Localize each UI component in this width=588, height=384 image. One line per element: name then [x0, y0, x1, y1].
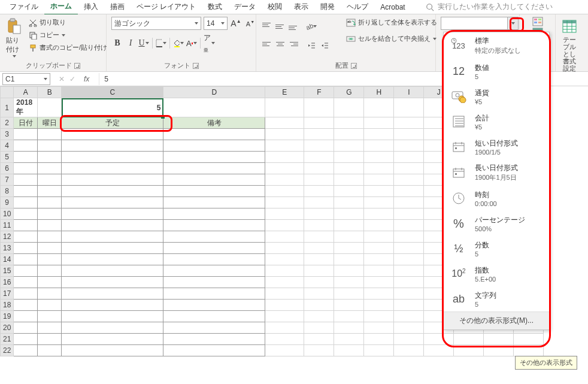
- cell-G19[interactable]: [334, 311, 364, 322]
- cell-H6[interactable]: [364, 163, 394, 174]
- cell-C15[interactable]: [62, 265, 163, 277]
- cell-D1[interactable]: [163, 98, 265, 117]
- cell-F20[interactable]: [304, 322, 334, 334]
- cell-C22[interactable]: [62, 345, 163, 356]
- tab-home[interactable]: ホーム: [44, 0, 78, 15]
- align-right-button[interactable]: [287, 40, 299, 52]
- cell-E17[interactable]: [265, 288, 304, 300]
- font-dialog-launcher[interactable]: [193, 63, 199, 69]
- cell-H18[interactable]: [364, 300, 394, 311]
- cancel-formula-button[interactable]: ✕: [59, 75, 65, 83]
- fx-icon[interactable]: fx: [80, 75, 93, 83]
- cell-E15[interactable]: [265, 265, 304, 277]
- cell-A15[interactable]: [14, 265, 38, 277]
- cell-B13[interactable]: [38, 243, 62, 254]
- cell-C8[interactable]: [62, 186, 163, 197]
- cell-H22[interactable]: [364, 345, 394, 356]
- cell-I11[interactable]: [394, 220, 424, 231]
- cell-I10[interactable]: [394, 208, 424, 220]
- cell-L21[interactable]: [484, 334, 514, 345]
- cell-I2[interactable]: [394, 117, 424, 129]
- cell-M22[interactable]: [514, 345, 544, 356]
- cell-E9[interactable]: [265, 197, 304, 208]
- cell-A8[interactable]: [14, 186, 38, 197]
- row-header-13[interactable]: 13: [1, 243, 14, 254]
- row-header-17[interactable]: 17: [1, 288, 14, 300]
- cell-G16[interactable]: [334, 277, 364, 288]
- col-header-E[interactable]: E: [265, 87, 304, 98]
- cell-A1[interactable]: 2018年: [14, 98, 38, 117]
- cell-H10[interactable]: [364, 208, 394, 220]
- cell-D11[interactable]: [163, 220, 265, 231]
- col-header-B[interactable]: B: [38, 87, 62, 98]
- cell-H2[interactable]: [364, 117, 394, 129]
- format-option-percent[interactable]: % パーセンテージ500%: [444, 211, 549, 236]
- col-header-H[interactable]: H: [364, 87, 394, 98]
- border-button[interactable]: [155, 37, 167, 49]
- cell-C11[interactable]: [62, 220, 163, 231]
- cell-D16[interactable]: [163, 277, 265, 288]
- cell-B9[interactable]: [38, 197, 62, 208]
- row-header-2[interactable]: 2: [1, 117, 14, 129]
- cell-G7[interactable]: [334, 174, 364, 186]
- cell-D6[interactable]: [163, 163, 265, 174]
- cell-A16[interactable]: [14, 277, 38, 288]
- cell-B5[interactable]: [38, 152, 62, 163]
- cell-E2[interactable]: [265, 117, 304, 129]
- cell-E5[interactable]: [265, 152, 304, 163]
- cell-F13[interactable]: [304, 243, 334, 254]
- cell-A14[interactable]: [14, 254, 38, 265]
- align-dialog-launcher[interactable]: [351, 63, 357, 69]
- cell-F19[interactable]: [304, 311, 334, 322]
- cell-F12[interactable]: [304, 231, 334, 243]
- format-option-12[interactable]: 12 数値5: [444, 59, 549, 84]
- cell-B19[interactable]: [38, 311, 62, 322]
- cell-D2[interactable]: 備考: [163, 117, 265, 129]
- cell-E11[interactable]: [265, 220, 304, 231]
- cell-C20[interactable]: [62, 322, 163, 334]
- cell-G10[interactable]: [334, 208, 364, 220]
- cell-B4[interactable]: [38, 140, 62, 152]
- cell-H4[interactable]: [364, 140, 394, 152]
- format-option-currency[interactable]: 通貨¥5: [444, 84, 549, 109]
- cell-B21[interactable]: [38, 334, 62, 345]
- cell-B6[interactable]: [38, 163, 62, 174]
- cell-A22[interactable]: [14, 345, 38, 356]
- font-name-select[interactable]: 游ゴシック: [111, 17, 201, 30]
- cell-F2[interactable]: [304, 117, 334, 129]
- cell-G5[interactable]: [334, 152, 364, 163]
- cell-I8[interactable]: [394, 186, 424, 197]
- cell-I14[interactable]: [394, 254, 424, 265]
- cell-I19[interactable]: [394, 311, 424, 322]
- more-number-formats[interactable]: その他の表示形式(M)...: [444, 312, 549, 329]
- wrap-text-button[interactable]: ab 折り返して全体を表示する: [345, 17, 438, 28]
- cell-K22[interactable]: [454, 345, 484, 356]
- cell-A10[interactable]: [14, 208, 38, 220]
- format-option-shortdate[interactable]: 短い日付形式1900/1/5: [444, 134, 549, 159]
- cell-G14[interactable]: [334, 254, 364, 265]
- cell-F22[interactable]: [304, 345, 334, 356]
- cell-A6[interactable]: [14, 163, 38, 174]
- cell-J21[interactable]: [424, 334, 454, 345]
- cell-C19[interactable]: [62, 311, 163, 322]
- format-option-sci[interactable]: 102 指数5.E+00: [444, 261, 549, 286]
- row-header-11[interactable]: 11: [1, 220, 14, 231]
- cell-A20[interactable]: [14, 322, 38, 334]
- cell-D19[interactable]: [163, 311, 265, 322]
- row-header-3[interactable]: 3: [1, 129, 14, 140]
- cut-button[interactable]: 切り取り: [28, 17, 108, 28]
- cell-I9[interactable]: [394, 197, 424, 208]
- cell-E16[interactable]: [265, 277, 304, 288]
- cell-E10[interactable]: [265, 208, 304, 220]
- cell-B17[interactable]: [38, 288, 62, 300]
- cell-G1[interactable]: [334, 98, 364, 117]
- cell-G4[interactable]: [334, 140, 364, 152]
- cell-A3[interactable]: [14, 129, 38, 140]
- cell-D20[interactable]: [163, 322, 265, 334]
- cell-A17[interactable]: [14, 288, 38, 300]
- increase-font-button[interactable]: A▲: [230, 17, 242, 29]
- cell-F15[interactable]: [304, 265, 334, 277]
- cell-D4[interactable]: [163, 140, 265, 152]
- cell-E19[interactable]: [265, 311, 304, 322]
- cell-H9[interactable]: [364, 197, 394, 208]
